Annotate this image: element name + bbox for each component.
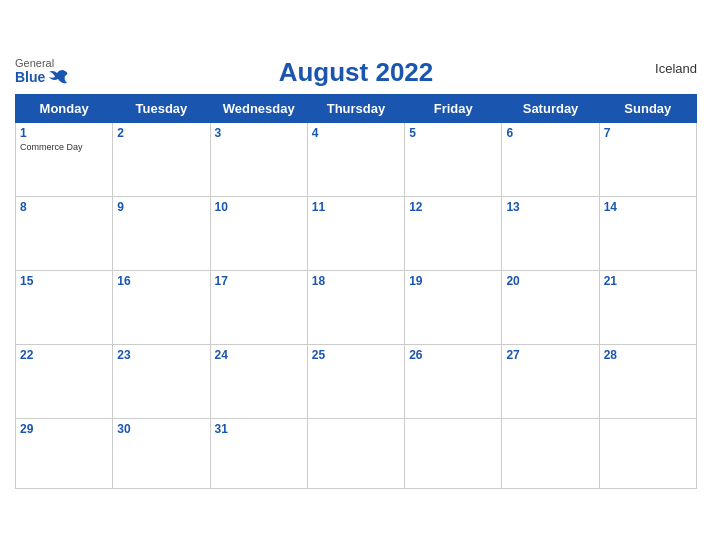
day-number: 28	[604, 348, 692, 362]
calendar-cell: 10	[210, 196, 307, 270]
calendar-row: 15161718192021	[16, 270, 697, 344]
calendar-cell	[307, 418, 404, 488]
calendar-wrapper: General Blue August 2022 Iceland Monday …	[0, 47, 712, 504]
day-number: 22	[20, 348, 108, 362]
day-number: 16	[117, 274, 205, 288]
day-number: 17	[215, 274, 303, 288]
day-number: 9	[117, 200, 205, 214]
day-number: 11	[312, 200, 400, 214]
country-label: Iceland	[655, 61, 697, 76]
weekday-header-row: Monday Tuesday Wednesday Thursday Friday…	[16, 94, 697, 122]
calendar-cell: 24	[210, 344, 307, 418]
calendar-cell: 3	[210, 122, 307, 196]
calendar-cell: 15	[16, 270, 113, 344]
day-number: 19	[409, 274, 497, 288]
calendar-cell	[502, 418, 599, 488]
calendar-cell: 5	[405, 122, 502, 196]
calendar-title: August 2022	[279, 57, 434, 88]
day-number: 13	[506, 200, 594, 214]
calendar-cell: 20	[502, 270, 599, 344]
calendar-cell: 23	[113, 344, 210, 418]
day-number: 10	[215, 200, 303, 214]
calendar-cell: 27	[502, 344, 599, 418]
calendar-cell: 2	[113, 122, 210, 196]
calendar-cell: 8	[16, 196, 113, 270]
calendar-cell	[599, 418, 696, 488]
day-number: 27	[506, 348, 594, 362]
calendar-cell: 21	[599, 270, 696, 344]
calendar-cell: 1Commerce Day	[16, 122, 113, 196]
calendar-cell: 30	[113, 418, 210, 488]
day-number: 4	[312, 126, 400, 140]
logo-general: General	[15, 57, 69, 69]
header-thursday: Thursday	[307, 94, 404, 122]
day-number: 14	[604, 200, 692, 214]
calendar-grid: Monday Tuesday Wednesday Thursday Friday…	[15, 94, 697, 489]
day-number: 21	[604, 274, 692, 288]
header-tuesday: Tuesday	[113, 94, 210, 122]
day-number: 8	[20, 200, 108, 214]
calendar-cell: 12	[405, 196, 502, 270]
calendar-cell: 9	[113, 196, 210, 270]
logo-blue: Blue	[15, 70, 45, 85]
holiday-label: Commerce Day	[20, 142, 108, 152]
day-number: 20	[506, 274, 594, 288]
calendar-cell: 4	[307, 122, 404, 196]
calendar-cell: 29	[16, 418, 113, 488]
day-number: 25	[312, 348, 400, 362]
calendar-cell	[405, 418, 502, 488]
calendar-cell: 7	[599, 122, 696, 196]
calendar-cell: 14	[599, 196, 696, 270]
day-number: 18	[312, 274, 400, 288]
calendar-cell: 22	[16, 344, 113, 418]
day-number: 5	[409, 126, 497, 140]
calendar-row: 22232425262728	[16, 344, 697, 418]
day-number: 26	[409, 348, 497, 362]
header-sunday: Sunday	[599, 94, 696, 122]
day-number: 15	[20, 274, 108, 288]
calendar-cell: 6	[502, 122, 599, 196]
calendar-cell: 16	[113, 270, 210, 344]
day-number: 23	[117, 348, 205, 362]
calendar-cell: 25	[307, 344, 404, 418]
calendar-cell: 18	[307, 270, 404, 344]
calendar-cell: 28	[599, 344, 696, 418]
calendar-cell: 17	[210, 270, 307, 344]
calendar-row: 293031	[16, 418, 697, 488]
calendar-cell: 19	[405, 270, 502, 344]
calendar-row: 891011121314	[16, 196, 697, 270]
calendar-cell: 13	[502, 196, 599, 270]
calendar-row: 1Commerce Day234567	[16, 122, 697, 196]
calendar-cell: 31	[210, 418, 307, 488]
day-number: 6	[506, 126, 594, 140]
header-monday: Monday	[16, 94, 113, 122]
logo-text: General Blue	[15, 57, 69, 87]
logo-bird-icon	[47, 69, 69, 87]
day-number: 24	[215, 348, 303, 362]
day-number: 12	[409, 200, 497, 214]
day-number: 2	[117, 126, 205, 140]
header-friday: Friday	[405, 94, 502, 122]
calendar-body: 1Commerce Day234567891011121314151617181…	[16, 122, 697, 488]
day-number: 29	[20, 422, 108, 436]
calendar-cell: 11	[307, 196, 404, 270]
logo-area: General Blue	[15, 57, 69, 87]
calendar-header: General Blue August 2022 Iceland	[15, 57, 697, 88]
day-number: 30	[117, 422, 205, 436]
day-number: 31	[215, 422, 303, 436]
calendar-cell: 26	[405, 344, 502, 418]
header-saturday: Saturday	[502, 94, 599, 122]
day-number: 1	[20, 126, 108, 140]
day-number: 7	[604, 126, 692, 140]
day-number: 3	[215, 126, 303, 140]
header-wednesday: Wednesday	[210, 94, 307, 122]
